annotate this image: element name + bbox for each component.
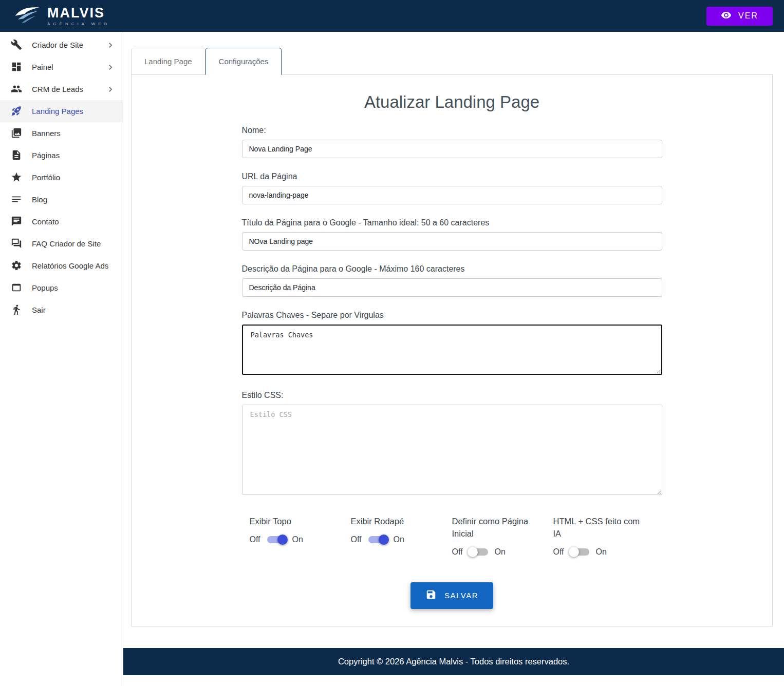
sidebar-item-label: Painel	[32, 63, 53, 71]
brand-logo[interactable]: MALVIS AGÊNCIA WEB	[13, 5, 110, 27]
chat-icon	[11, 216, 23, 228]
sidebar-item-label: Banners	[32, 129, 61, 138]
save-button[interactable]: SALVAR	[410, 582, 493, 609]
copyright-text: Copyright © 2026 Agência Malvis - Todos …	[338, 657, 569, 666]
toggle-exibir-topo: Exibir Topo Off On	[250, 516, 351, 558]
nome-input[interactable]	[242, 140, 662, 158]
sidebar-item-label: Contato	[32, 217, 59, 226]
exit-icon	[11, 304, 23, 316]
sidebar-item-painel[interactable]: Painel	[0, 56, 123, 78]
toggle-off-text: Off	[553, 547, 564, 557]
wrench-icon	[11, 39, 23, 51]
sidebar-item-banners[interactable]: Banners	[0, 122, 123, 144]
ver-button[interactable]: VER	[706, 7, 773, 26]
top-navbar: MALVIS AGÊNCIA WEB VER	[0, 0, 784, 32]
switch-knob	[277, 535, 288, 545]
switch-knob	[468, 547, 478, 557]
sidebar-item-blog[interactable]: Blog	[0, 188, 123, 211]
chevron-right-icon	[105, 84, 116, 94]
save-disk-icon	[425, 589, 437, 602]
sidebar-item-relatorios-google-ads[interactable]: Relatórios Google Ads	[0, 255, 123, 277]
sidebar-item-portfolio[interactable]: Portfólio	[0, 166, 123, 188]
switch-knob	[379, 535, 389, 545]
sidebar-item-sair[interactable]: Sair	[0, 299, 123, 321]
landing-page-form: Nome: URL da Página Título da Página par…	[242, 126, 662, 609]
main-content: Landing Page Configurações Atualizar Lan…	[123, 32, 784, 686]
css-field-group: Estilo CSS:	[242, 391, 662, 497]
pagina-inicial-switch[interactable]	[469, 546, 489, 558]
sidebar-item-paginas[interactable]: Páginas	[0, 144, 123, 166]
toggle-label: HTML + CSS feito com IA	[553, 516, 647, 540]
eye-icon	[721, 10, 732, 23]
forum-icon	[11, 238, 23, 250]
toggle-row: Exibir Topo Off On Exibir Rodapé	[242, 516, 662, 558]
toggle-pagina-inicial: Definir como Página Inicial Off On	[452, 516, 553, 558]
image-icon	[11, 127, 23, 140]
chevron-right-icon	[105, 40, 116, 50]
tab-landing-page[interactable]: Landing Page	[131, 48, 206, 75]
toggle-label: Exibir Rodapé	[351, 516, 445, 528]
sidebar-item-label: Portfólio	[32, 173, 60, 182]
toggle-label: Definir como Página Inicial	[452, 516, 546, 540]
toggle-off-text: Off	[351, 535, 362, 544]
tab-configuracoes[interactable]: Configurações	[206, 48, 282, 75]
sidebar-item-landing-pages[interactable]: Landing Pages	[0, 100, 123, 122]
toggle-html-css-ia: HTML + CSS feito com IA Off On	[553, 516, 655, 558]
settings-card: Atualizar Landing Page Nome: URL da Pági…	[131, 74, 773, 626]
chevron-right-icon	[105, 62, 116, 72]
tab-bar: Landing Page Configurações	[131, 48, 784, 74]
footer: Copyright © 2026 Agência Malvis - Todos …	[123, 648, 784, 675]
sidebar: Criador de Site Painel CRM de Leads Land…	[0, 32, 123, 686]
sidebar-item-label: Relatórios Google Ads	[32, 261, 108, 270]
sidebar-item-label: Landing Pages	[32, 107, 83, 116]
estilo-css-textarea[interactable]	[242, 405, 662, 495]
save-row: SALVAR	[242, 582, 662, 609]
sidebar-item-label: Blog	[32, 195, 47, 204]
titulo-field-group: Título da Página para o Google - Tamanho…	[242, 218, 662, 251]
malvis-logo-icon	[13, 5, 41, 27]
gear-icon	[11, 260, 23, 272]
sidebar-item-label: CRM de Leads	[32, 85, 83, 93]
window-icon	[11, 282, 23, 294]
url-input[interactable]	[242, 186, 662, 204]
toggle-label: Exibir Topo	[250, 516, 344, 528]
toggle-exibir-rodape: Exibir Rodapé Off On	[351, 516, 452, 558]
sidebar-item-label: FAQ Criador de Site	[32, 239, 101, 248]
dashboard-icon	[11, 61, 23, 73]
css-label: Estilo CSS:	[242, 391, 662, 400]
toggle-off-text: Off	[250, 535, 260, 544]
switch-knob	[569, 547, 579, 557]
sidebar-item-contato[interactable]: Contato	[0, 211, 123, 233]
titulo-input[interactable]	[242, 232, 662, 251]
exibir-rodape-switch[interactable]	[367, 534, 388, 545]
palavras-chaves-textarea[interactable]: Palavras Chaves	[242, 325, 662, 375]
toggle-on-text: On	[394, 535, 404, 544]
sidebar-item-popups[interactable]: Popups	[0, 277, 123, 299]
descricao-field-group: Descrição da Página para o Google - Máxi…	[242, 264, 662, 297]
document-icon	[11, 149, 23, 162]
sidebar-item-label: Criador de Site	[32, 41, 83, 49]
list-icon	[11, 194, 23, 206]
sidebar-item-label: Sair	[32, 306, 46, 314]
nome-field-group: Nome:	[242, 126, 662, 158]
url-field-group: URL da Página	[242, 172, 662, 204]
sidebar-item-faq-criador-de-site[interactable]: FAQ Criador de Site	[0, 233, 123, 255]
toggle-off-text: Off	[452, 547, 463, 557]
descricao-input[interactable]	[242, 278, 662, 297]
toggle-on-text: On	[495, 547, 506, 557]
sidebar-item-label: Páginas	[32, 151, 60, 160]
page-title: Atualizar Landing Page	[132, 92, 772, 112]
titulo-label: Título da Página para o Google - Tamanho…	[242, 218, 662, 227]
html-css-ia-switch[interactable]	[570, 546, 590, 558]
people-icon	[11, 83, 23, 96]
descricao-label: Descrição da Página para o Google - Máxi…	[242, 264, 662, 274]
brand-name: MALVIS	[47, 6, 110, 20]
star-icon	[11, 172, 23, 184]
exibir-topo-switch[interactable]	[266, 534, 287, 545]
rocket-icon	[11, 105, 23, 118]
sidebar-item-criador-de-site[interactable]: Criador de Site	[0, 34, 123, 56]
toggle-on-text: On	[596, 547, 607, 557]
ver-button-label: VER	[738, 11, 758, 21]
sidebar-item-crm-de-leads[interactable]: CRM de Leads	[0, 78, 123, 100]
palavras-field-group: Palavras Chaves - Separe por Virgulas Pa…	[242, 311, 662, 377]
